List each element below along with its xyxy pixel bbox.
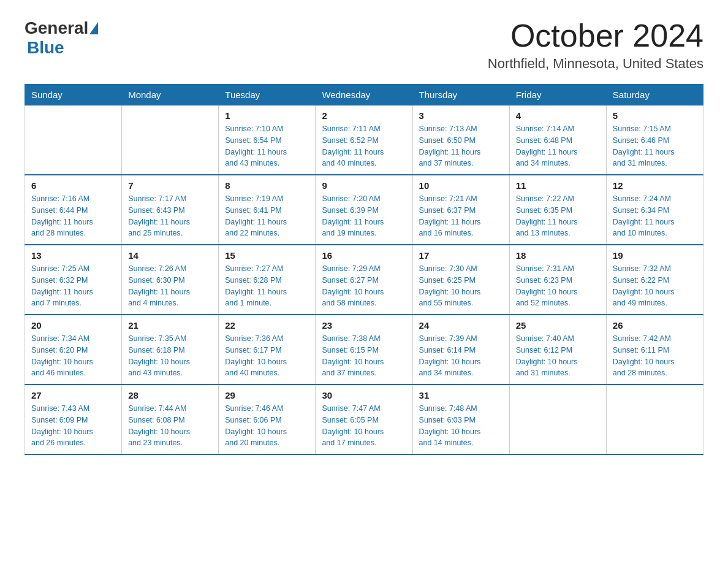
- calendar-cell: [606, 385, 703, 454]
- day-info: Sunrise: 7:48 AM Sunset: 6:03 PM Dayligh…: [419, 403, 503, 449]
- title-section: October 2024 Northfield, Minnesota, Unit…: [488, 18, 703, 72]
- calendar-cell: 10Sunrise: 7:21 AM Sunset: 6:37 PM Dayli…: [412, 175, 509, 245]
- calendar-cell: 11Sunrise: 7:22 AM Sunset: 6:35 PM Dayli…: [509, 175, 606, 245]
- calendar-cell: 22Sunrise: 7:36 AM Sunset: 6:17 PM Dayli…: [219, 315, 316, 385]
- day-info: Sunrise: 7:14 AM Sunset: 6:48 PM Dayligh…: [516, 123, 600, 169]
- day-info: Sunrise: 7:17 AM Sunset: 6:43 PM Dayligh…: [128, 193, 212, 239]
- calendar-cell: 23Sunrise: 7:38 AM Sunset: 6:15 PM Dayli…: [316, 315, 412, 385]
- header-sunday: Sunday: [25, 85, 122, 105]
- calendar-cell: [25, 105, 122, 175]
- day-number: 16: [322, 250, 406, 261]
- day-number: 26: [613, 320, 697, 331]
- day-number: 21: [128, 320, 212, 331]
- calendar-week-1: 1Sunrise: 7:10 AM Sunset: 6:54 PM Daylig…: [25, 105, 703, 175]
- day-number: 15: [225, 250, 309, 261]
- calendar-cell: 12Sunrise: 7:24 AM Sunset: 6:34 PM Dayli…: [606, 175, 703, 245]
- day-info: Sunrise: 7:43 AM Sunset: 6:09 PM Dayligh…: [31, 403, 115, 449]
- calendar-cell: 29Sunrise: 7:46 AM Sunset: 6:06 PM Dayli…: [219, 385, 316, 454]
- day-info: Sunrise: 7:29 AM Sunset: 6:27 PM Dayligh…: [322, 263, 406, 309]
- logo-blue-text: Blue: [27, 38, 64, 57]
- calendar-cell: 8Sunrise: 7:19 AM Sunset: 6:41 PM Daylig…: [219, 175, 316, 245]
- calendar-cell: 4Sunrise: 7:14 AM Sunset: 6:48 PM Daylig…: [509, 105, 606, 175]
- day-number: 25: [516, 320, 600, 331]
- calendar-cell: 5Sunrise: 7:15 AM Sunset: 6:46 PM Daylig…: [606, 105, 703, 175]
- day-number: 23: [322, 320, 406, 331]
- day-info: Sunrise: 7:34 AM Sunset: 6:20 PM Dayligh…: [31, 333, 115, 379]
- calendar-cell: 1Sunrise: 7:10 AM Sunset: 6:54 PM Daylig…: [219, 105, 316, 175]
- calendar-cell: 19Sunrise: 7:32 AM Sunset: 6:22 PM Dayli…: [606, 245, 703, 315]
- page-header: General Blue October 2024 Northfield, Mi…: [25, 18, 703, 72]
- calendar-cell: 31Sunrise: 7:48 AM Sunset: 6:03 PM Dayli…: [412, 385, 509, 454]
- location-title: Northfield, Minnesota, United States: [488, 56, 703, 72]
- day-number: 8: [225, 180, 309, 191]
- day-info: Sunrise: 7:25 AM Sunset: 6:32 PM Dayligh…: [31, 263, 115, 309]
- day-number: 9: [322, 180, 406, 191]
- calendar-cell: 30Sunrise: 7:47 AM Sunset: 6:05 PM Dayli…: [316, 385, 412, 454]
- day-info: Sunrise: 7:11 AM Sunset: 6:52 PM Dayligh…: [322, 123, 406, 169]
- logo: General Blue: [25, 18, 99, 58]
- day-number: 6: [31, 180, 115, 191]
- calendar-cell: 27Sunrise: 7:43 AM Sunset: 6:09 PM Dayli…: [25, 385, 122, 454]
- day-number: 7: [128, 180, 212, 191]
- day-info: Sunrise: 7:35 AM Sunset: 6:18 PM Dayligh…: [128, 333, 212, 379]
- day-info: Sunrise: 7:24 AM Sunset: 6:34 PM Dayligh…: [613, 193, 697, 239]
- header-saturday: Saturday: [606, 85, 703, 105]
- calendar-body: 1Sunrise: 7:10 AM Sunset: 6:54 PM Daylig…: [25, 105, 703, 455]
- day-info: Sunrise: 7:44 AM Sunset: 6:08 PM Dayligh…: [128, 403, 212, 449]
- day-info: Sunrise: 7:13 AM Sunset: 6:50 PM Dayligh…: [419, 123, 503, 169]
- calendar-cell: 3Sunrise: 7:13 AM Sunset: 6:50 PM Daylig…: [412, 105, 509, 175]
- day-number: 29: [225, 390, 309, 400]
- header-friday: Friday: [509, 85, 606, 105]
- day-info: Sunrise: 7:19 AM Sunset: 6:41 PM Dayligh…: [225, 193, 309, 239]
- header-wednesday: Wednesday: [316, 85, 412, 105]
- calendar-cell: 21Sunrise: 7:35 AM Sunset: 6:18 PM Dayli…: [122, 315, 219, 385]
- day-number: 13: [31, 250, 115, 261]
- day-info: Sunrise: 7:39 AM Sunset: 6:14 PM Dayligh…: [419, 333, 503, 379]
- day-info: Sunrise: 7:22 AM Sunset: 6:35 PM Dayligh…: [516, 193, 600, 239]
- calendar-week-2: 6Sunrise: 7:16 AM Sunset: 6:44 PM Daylig…: [25, 175, 703, 245]
- day-headers-row: Sunday Monday Tuesday Wednesday Thursday…: [25, 85, 703, 105]
- day-info: Sunrise: 7:47 AM Sunset: 6:05 PM Dayligh…: [322, 403, 406, 449]
- day-number: 3: [419, 110, 503, 121]
- day-number: 1: [225, 110, 309, 121]
- day-number: 22: [225, 320, 309, 331]
- day-info: Sunrise: 7:46 AM Sunset: 6:06 PM Dayligh…: [225, 403, 309, 449]
- calendar-table: Sunday Monday Tuesday Wednesday Thursday…: [25, 84, 703, 455]
- day-info: Sunrise: 7:26 AM Sunset: 6:30 PM Dayligh…: [128, 263, 212, 309]
- day-number: 18: [516, 250, 600, 261]
- calendar-cell: 16Sunrise: 7:29 AM Sunset: 6:27 PM Dayli…: [316, 245, 412, 315]
- calendar-cell: 25Sunrise: 7:40 AM Sunset: 6:12 PM Dayli…: [509, 315, 606, 385]
- calendar-week-3: 13Sunrise: 7:25 AM Sunset: 6:32 PM Dayli…: [25, 245, 703, 315]
- calendar-cell: 15Sunrise: 7:27 AM Sunset: 6:28 PM Dayli…: [219, 245, 316, 315]
- day-number: 4: [516, 110, 600, 121]
- calendar-cell: 18Sunrise: 7:31 AM Sunset: 6:23 PM Dayli…: [509, 245, 606, 315]
- calendar-cell: 13Sunrise: 7:25 AM Sunset: 6:32 PM Dayli…: [25, 245, 122, 315]
- calendar-cell: 17Sunrise: 7:30 AM Sunset: 6:25 PM Dayli…: [412, 245, 509, 315]
- day-info: Sunrise: 7:16 AM Sunset: 6:44 PM Dayligh…: [31, 193, 115, 239]
- calendar-cell: [509, 385, 606, 454]
- calendar-cell: 6Sunrise: 7:16 AM Sunset: 6:44 PM Daylig…: [25, 175, 122, 245]
- day-number: 11: [516, 180, 600, 191]
- day-info: Sunrise: 7:30 AM Sunset: 6:25 PM Dayligh…: [419, 263, 503, 309]
- calendar-cell: 7Sunrise: 7:17 AM Sunset: 6:43 PM Daylig…: [122, 175, 219, 245]
- logo-general-text: General: [25, 18, 88, 38]
- day-number: 14: [128, 250, 212, 261]
- day-number: 10: [419, 180, 503, 191]
- day-info: Sunrise: 7:21 AM Sunset: 6:37 PM Dayligh…: [419, 193, 503, 239]
- calendar-cell: 24Sunrise: 7:39 AM Sunset: 6:14 PM Dayli…: [412, 315, 509, 385]
- logo-triangle-icon: [89, 22, 98, 34]
- month-title: October 2024: [488, 18, 703, 53]
- calendar-cell: [122, 105, 219, 175]
- header-thursday: Thursday: [412, 85, 509, 105]
- calendar-cell: 9Sunrise: 7:20 AM Sunset: 6:39 PM Daylig…: [316, 175, 412, 245]
- calendar-cell: 2Sunrise: 7:11 AM Sunset: 6:52 PM Daylig…: [316, 105, 412, 175]
- day-number: 30: [322, 390, 406, 400]
- day-number: 19: [613, 250, 697, 261]
- calendar-cell: 14Sunrise: 7:26 AM Sunset: 6:30 PM Dayli…: [122, 245, 219, 315]
- calendar-cell: 26Sunrise: 7:42 AM Sunset: 6:11 PM Dayli…: [606, 315, 703, 385]
- header-monday: Monday: [122, 85, 219, 105]
- day-number: 28: [128, 390, 212, 400]
- day-number: 12: [613, 180, 697, 191]
- day-number: 31: [419, 390, 503, 400]
- calendar-cell: 28Sunrise: 7:44 AM Sunset: 6:08 PM Dayli…: [122, 385, 219, 454]
